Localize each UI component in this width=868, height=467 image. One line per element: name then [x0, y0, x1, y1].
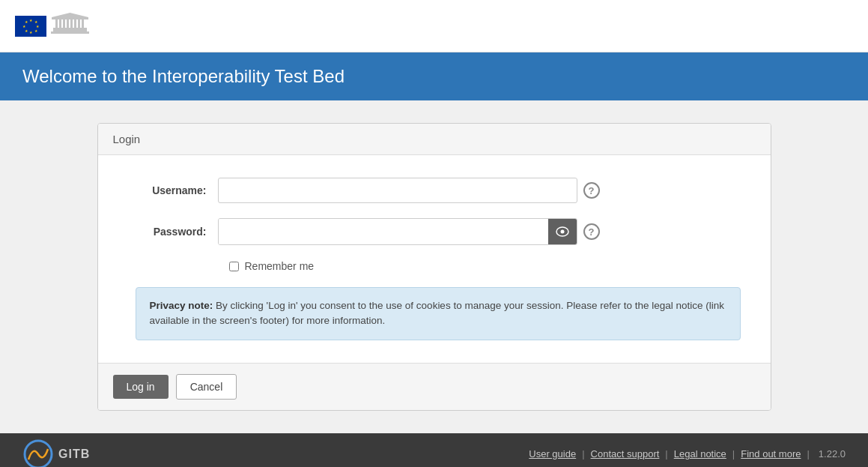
- password-input[interactable]: [219, 219, 548, 244]
- privacy-note-bold: Privacy note:: [150, 300, 213, 311]
- svg-rect-20: [53, 30, 87, 31]
- separator-3: |: [732, 448, 735, 460]
- main-content: Login Username: ? Password:: [0, 100, 868, 433]
- username-input-wrap: ?: [218, 178, 741, 203]
- login-panel-footer: Log in Cancel: [98, 363, 771, 410]
- svg-rect-12: [63, 19, 65, 28]
- gitb-label: GITB: [58, 448, 90, 461]
- separator-4: |: [807, 448, 809, 460]
- password-input-wrap: ?: [218, 218, 741, 245]
- eu-flag-icon: ★ ★ ★ ★ ★ ★ ★ ★: [15, 16, 46, 37]
- top-header: ★ ★ ★ ★ ★ ★ ★ ★: [0, 0, 868, 52]
- login-panel-body: Username: ? Password:: [98, 155, 771, 363]
- footer: GITB User guide | Contact support | Lega…: [0, 433, 868, 468]
- svg-rect-11: [59, 19, 61, 28]
- find-out-more-link[interactable]: Find out more: [741, 448, 801, 460]
- page-title: Welcome to the Interoperability Test Bed: [22, 66, 345, 86]
- contact-support-link[interactable]: Contact support: [591, 448, 660, 460]
- eu-logo: ★ ★ ★ ★ ★ ★ ★ ★: [15, 11, 91, 41]
- password-help-icon[interactable]: ?: [583, 223, 600, 240]
- password-field-wrap: [218, 218, 577, 245]
- svg-rect-15: [74, 19, 76, 28]
- svg-rect-10: [55, 19, 58, 28]
- separator-1: |: [582, 448, 584, 460]
- username-help-icon[interactable]: ?: [583, 182, 600, 199]
- page-title-bar: Welcome to the Interoperability Test Bed: [0, 52, 868, 100]
- remember-me-checkbox[interactable]: [229, 262, 239, 271]
- separator-2: |: [665, 448, 667, 460]
- password-label: Password:: [128, 226, 218, 238]
- toggle-password-button[interactable]: [548, 219, 577, 244]
- svg-rect-13: [67, 19, 69, 28]
- password-row: Password: ?: [128, 218, 741, 245]
- remember-me-row: Remember me: [229, 260, 741, 272]
- svg-rect-9: [53, 28, 87, 30]
- svg-marker-19: [52, 13, 88, 17]
- version-label: 1.22.0: [819, 448, 846, 460]
- svg-rect-17: [82, 19, 84, 28]
- ec-emblem-icon: [49, 11, 91, 41]
- cancel-button[interactable]: Cancel: [176, 374, 237, 400]
- login-panel-title: Login: [113, 133, 141, 145]
- username-label: Username:: [128, 184, 218, 196]
- username-row: Username: ?: [128, 178, 741, 203]
- svg-point-23: [560, 230, 564, 234]
- footer-links: User guide | Contact support | Legal not…: [529, 448, 846, 460]
- remember-me-label[interactable]: Remember me: [245, 260, 315, 272]
- login-button[interactable]: Log in: [113, 375, 169, 399]
- login-panel-header: Login: [98, 124, 771, 155]
- privacy-note: Privacy note: By clicking 'Log in' you c…: [136, 287, 741, 340]
- svg-rect-21: [51, 31, 89, 34]
- gitb-logo-icon: [22, 439, 54, 468]
- username-input[interactable]: [218, 178, 577, 203]
- legal-notice-link[interactable]: Legal notice: [674, 448, 726, 460]
- login-panel: Login Username: ? Password:: [97, 123, 771, 411]
- svg-rect-14: [70, 19, 73, 28]
- privacy-note-text: By clicking 'Log in' you consent to the …: [150, 300, 725, 326]
- user-guide-link[interactable]: User guide: [529, 448, 576, 460]
- svg-rect-18: [52, 17, 88, 19]
- eye-icon: [556, 226, 569, 237]
- svg-rect-16: [78, 19, 80, 28]
- footer-logo: GITB: [22, 439, 90, 468]
